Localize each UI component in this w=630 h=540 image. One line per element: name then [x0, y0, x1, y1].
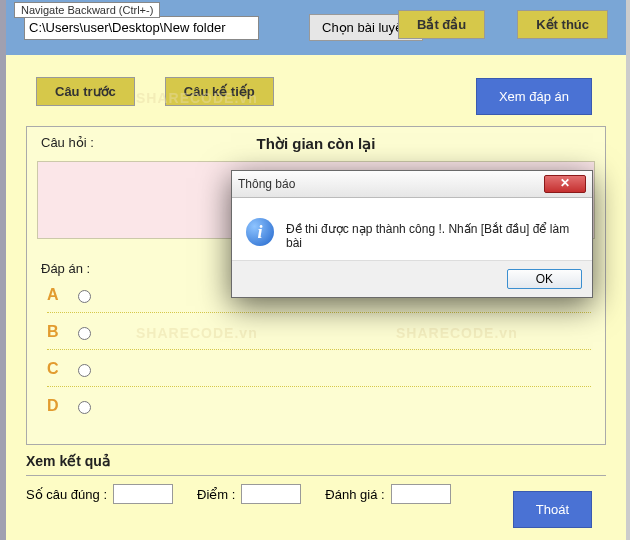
close-icon[interactable]: ✕	[544, 175, 586, 193]
answer-letter: B	[47, 323, 63, 341]
start-button[interactable]: Bắt đầu	[398, 10, 485, 39]
next-question-button[interactable]: Câu kế tiếp	[165, 77, 274, 106]
score-label: Điểm :	[197, 487, 235, 502]
answer-radio-a[interactable]	[78, 290, 91, 303]
question-label: Câu hỏi :	[41, 135, 121, 153]
dialog-titlebar[interactable]: Thông báo ✕	[232, 171, 592, 198]
answer-row-c: C	[47, 360, 591, 387]
correct-count-label: Số câu đúng :	[26, 487, 107, 502]
nav-back-tooltip: Navigate Backward (Ctrl+-)	[14, 2, 160, 18]
dialog-title: Thông báo	[238, 177, 544, 191]
show-answer-button[interactable]: Xem đáp án	[476, 78, 592, 115]
grade-value	[391, 484, 451, 504]
prev-question-button[interactable]: Câu trước	[36, 77, 135, 106]
info-icon: i	[246, 218, 274, 246]
info-dialog: Thông báo ✕ i Đề thi được nạp thành công…	[231, 170, 593, 298]
ok-button[interactable]: OK	[507, 269, 582, 289]
answer-letter: A	[47, 286, 63, 304]
grade-label: Đánh giá :	[325, 487, 384, 502]
answer-letter: C	[47, 360, 63, 378]
correct-count-value	[113, 484, 173, 504]
answer-radio-c[interactable]	[78, 364, 91, 377]
exit-button[interactable]: Thoát	[513, 491, 592, 528]
dialog-message: Đề thi được nạp thành công !. Nhấn [Bắt …	[286, 218, 578, 250]
file-path-input[interactable]	[24, 16, 259, 40]
end-button[interactable]: Kết thúc	[517, 10, 608, 39]
answer-row-b: B	[47, 323, 591, 350]
results-title: Xem kết quả	[26, 453, 606, 469]
score-value	[241, 484, 301, 504]
answer-letter: D	[47, 397, 63, 415]
app-window: Navigate Backward (Ctrl+-) Chọn bài luyệ…	[0, 0, 630, 540]
timer-label: Thời gian còn lại	[121, 135, 511, 153]
answer-radio-d[interactable]	[78, 401, 91, 414]
answer-row-d: D	[47, 397, 591, 424]
answer-radio-b[interactable]	[78, 327, 91, 340]
